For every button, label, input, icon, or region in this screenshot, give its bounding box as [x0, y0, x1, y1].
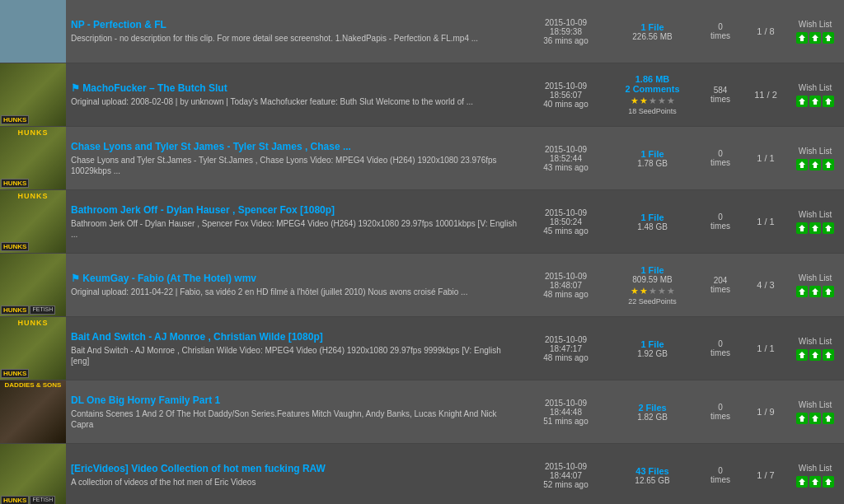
date-area: 2015-10-0918:44:4851 mins ago — [523, 380, 609, 443]
thumbnail: HUNKSHUNKS — [0, 317, 66, 380]
date-area: 2015-10-0918:56:0740 mins ago — [523, 63, 609, 126]
download-count: 0 — [718, 339, 723, 348]
svg-marker-12 — [799, 288, 805, 295]
upload-date: 2015-10-09 — [545, 145, 587, 154]
wish-list-label[interactable]: Wish List — [799, 400, 832, 409]
wish-list-label[interactable]: Wish List — [799, 83, 832, 92]
time-ago: 43 mins ago — [543, 163, 588, 172]
download-icon[interactable] — [809, 96, 821, 107]
times-label: times — [710, 158, 730, 167]
download-count: 0 — [718, 403, 723, 412]
thumbnail — [0, 0, 66, 63]
download-icon[interactable] — [796, 159, 808, 170]
download-icon[interactable] — [823, 159, 834, 170]
thumb-bg: HUNKS — [0, 63, 66, 126]
files-link[interactable]: 1 File — [640, 339, 663, 349]
torrent-title[interactable]: Bathroom Jerk Off - Dylan Hauser , Spenc… — [71, 204, 518, 216]
star-rating: ★★★★★ — [631, 96, 675, 106]
thumb-bg: HUNKSHUNKS — [0, 317, 66, 380]
svg-marker-0 — [799, 35, 805, 41]
torrent-title[interactable]: DL One Big Horny Family Part 1 — [71, 394, 518, 406]
thumb-bg: HUNKSHUNKS — [0, 127, 66, 189]
seeder-ratio: 1 / 1 — [757, 217, 774, 226]
times-area: 0times — [696, 127, 745, 189]
seeder-ratio: 1 / 1 — [757, 153, 774, 163]
download-icon[interactable] — [823, 96, 834, 107]
files-link[interactable]: 1 File — [640, 212, 663, 222]
download-icon[interactable] — [809, 222, 821, 234]
download-icon[interactable] — [796, 222, 808, 234]
files-link[interactable]: 1 File — [640, 265, 663, 275]
download-icon[interactable] — [809, 286, 821, 297]
wishlist-area: Wish List — [786, 127, 844, 189]
files-link[interactable]: 1.86 MB — [635, 74, 670, 84]
upload-date: 2015-10-09 — [545, 462, 587, 471]
info-area: ⚑ KeumGay - Fabio (At The Hotel) wmvOrig… — [66, 254, 523, 316]
download-icon[interactable] — [809, 159, 821, 170]
download-count: 0 — [718, 212, 723, 222]
download-icon[interactable] — [796, 286, 808, 297]
ratio-area: 1 / 7 — [745, 444, 786, 504]
files-link[interactable]: 1 File — [640, 22, 663, 32]
seedpoints: 18 SeedPoints — [628, 107, 677, 115]
wish-list-label[interactable]: Wish List — [799, 273, 832, 282]
download-icon[interactable] — [796, 32, 808, 44]
star-icon: ★ — [640, 96, 648, 106]
download-icon[interactable] — [809, 32, 821, 44]
download-icons — [796, 159, 834, 170]
download-icon[interactable] — [823, 32, 834, 44]
wish-list-label[interactable]: Wish List — [799, 20, 832, 29]
download-icon[interactable] — [823, 286, 834, 297]
download-icon[interactable] — [796, 413, 808, 424]
download-icon[interactable] — [823, 222, 834, 234]
svg-marker-18 — [799, 415, 805, 422]
seedpoints: 22 SeedPoints — [628, 297, 677, 306]
files-area: 43 Files12.65 GB — [609, 444, 696, 504]
wish-list-label[interactable]: Wish List — [799, 147, 832, 156]
wish-list-label[interactable]: Wish List — [799, 464, 832, 473]
download-icon[interactable] — [809, 349, 821, 361]
info-area: Chase Lyons and Tyler St James - Tyler S… — [66, 127, 523, 189]
files-link[interactable]: 1 File — [640, 149, 663, 159]
download-icon[interactable] — [796, 476, 808, 488]
torrent-title[interactable]: Bait And Switch - AJ Monroe , Christian … — [71, 331, 518, 343]
files-link[interactable]: 2 Files — [638, 403, 666, 413]
download-count: 0 — [718, 466, 723, 475]
svg-marker-2 — [825, 35, 832, 41]
torrent-title[interactable]: ⚑ MachoFucker – The Butch Slut — [71, 82, 518, 94]
upload-date: 2015-10-09 — [545, 82, 587, 91]
files-link[interactable]: 43 Files — [635, 466, 668, 476]
download-icon[interactable] — [823, 413, 834, 424]
thumbnail: HUNKS — [0, 63, 66, 126]
wish-list-label[interactable]: Wish List — [799, 210, 832, 219]
download-icon[interactable] — [796, 349, 808, 361]
torrent-description: Chase Lyons and Tyler St.James - Tyler S… — [71, 155, 518, 176]
info-area: NP - Perfection & FLDescription - no des… — [66, 0, 523, 63]
torrent-title[interactable]: NP - Perfection & FL — [71, 19, 518, 30]
upload-date: 2015-10-09 — [545, 18, 587, 27]
info-area: Bathroom Jerk Off - Dylan Hauser , Spenc… — [66, 190, 523, 253]
upload-time: 18:47:17 — [550, 344, 582, 353]
info-area: Bait And Switch - AJ Monroe , Christian … — [66, 317, 523, 380]
table-row: HUNKSHUNKSChase Lyons and Tyler St James… — [0, 127, 844, 190]
times-label: times — [710, 412, 730, 421]
info-area: [EricVideos] Video Collection of hot men… — [66, 444, 523, 504]
wish-list-label[interactable]: Wish List — [799, 337, 832, 346]
wishlist-area: Wish List — [786, 190, 844, 253]
upload-time: 18:44:48 — [550, 408, 582, 417]
svg-marker-16 — [812, 352, 818, 358]
download-icon[interactable] — [809, 413, 821, 424]
download-icon[interactable] — [823, 349, 834, 361]
comments-link[interactable]: 2 Comments — [625, 84, 679, 94]
download-icon[interactable] — [823, 476, 834, 488]
torrent-title[interactable]: Chase Lyons and Tyler St James - Tyler S… — [71, 141, 518, 152]
download-icons — [796, 32, 834, 44]
torrent-title[interactable]: [EricVideos] Video Collection of hot men… — [71, 463, 518, 474]
download-icon[interactable] — [809, 476, 821, 488]
download-icon[interactable] — [796, 96, 808, 107]
svg-marker-19 — [812, 415, 818, 422]
svg-marker-17 — [825, 352, 832, 358]
torrent-title[interactable]: ⚑ KeumGay - Fabio (At The Hotel) wmv — [71, 273, 518, 284]
upload-date: 2015-10-09 — [545, 272, 587, 281]
download-icons — [796, 413, 834, 424]
